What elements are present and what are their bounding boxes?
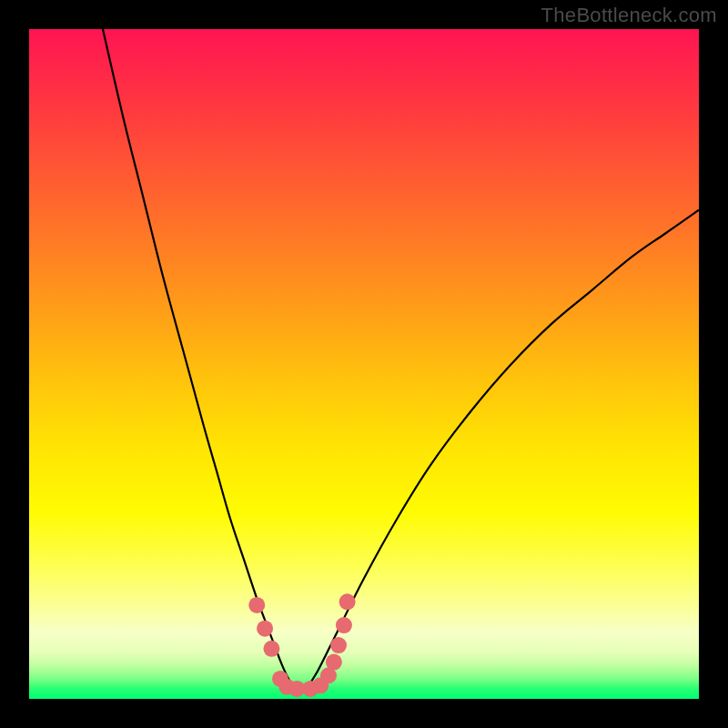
scatter-dot (257, 621, 273, 637)
chart-frame: TheBottleneck.com (0, 0, 728, 728)
watermark-text: TheBottleneck.com (541, 4, 717, 27)
right-curve-path (304, 210, 699, 693)
plot-area (29, 29, 699, 699)
scatter-dot (263, 641, 279, 657)
scatter-dot (339, 593, 356, 610)
scatter-dot (336, 617, 352, 633)
scatter-dot (326, 654, 342, 671)
scatter-dot (330, 637, 347, 653)
left-curve-path (103, 29, 297, 693)
scatter-dot (248, 597, 265, 613)
scatter-dots (248, 593, 355, 697)
chart-svg (29, 29, 699, 699)
